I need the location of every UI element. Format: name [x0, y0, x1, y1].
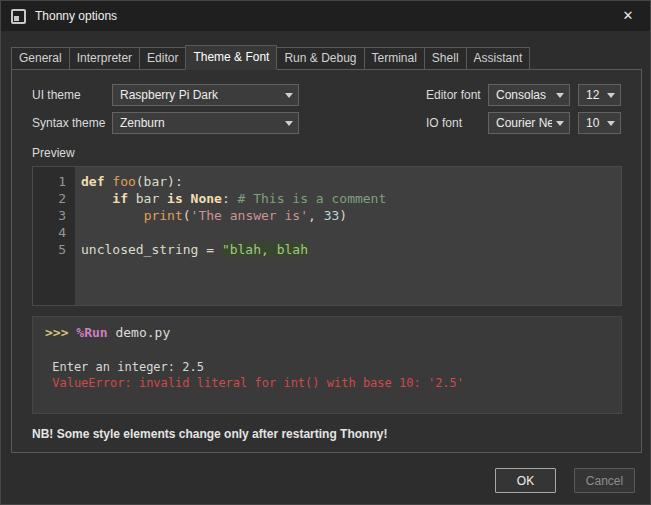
chevron-down-icon: [607, 93, 615, 98]
ui-theme-label: UI theme: [32, 88, 112, 102]
editor-font-size-select[interactable]: 12: [578, 84, 621, 106]
tab-run-debug[interactable]: Run & Debug: [276, 47, 364, 70]
code-line: print('The answer is', 33): [81, 207, 621, 224]
io-font-label: IO font: [426, 116, 488, 130]
shell-line: Enter an integer: 2.5: [45, 359, 621, 375]
shell-line: ValueError: invalid literal for int() wi…: [45, 375, 621, 391]
tab-shell[interactable]: Shell: [424, 47, 467, 70]
titlebar[interactable]: Thonny options ✕: [1, 1, 650, 31]
theme-row: UI theme Raspberry Pi Dark Editor font C…: [32, 84, 621, 106]
code-preview[interactable]: 12345 def foo(bar): if bar is None: # Th…: [32, 166, 622, 306]
shell-line: >>> %Run demo.py: [45, 325, 621, 341]
ui-theme-value: Raspberry Pi Dark: [120, 88, 281, 102]
thonny-options-dialog: Thonny options ✕ GeneralInterpreterEdito…: [0, 0, 651, 505]
code-line: if bar is None: # This is a comment: [81, 190, 621, 207]
chevron-down-icon: [285, 93, 293, 98]
line-number: 2: [33, 190, 66, 207]
io-font-size-select[interactable]: 10: [578, 112, 621, 134]
tab-bar: GeneralInterpreterEditorTheme & FontRun …: [11, 45, 529, 70]
window-title: Thonny options: [35, 9, 117, 23]
button-bar: OK Cancel: [495, 468, 635, 493]
tab-theme-font[interactable]: Theme & Font: [185, 45, 277, 70]
code-line: [81, 224, 621, 241]
preview-label: Preview: [32, 146, 75, 160]
line-number: 4: [33, 224, 66, 241]
editor-font-select[interactable]: Consolas: [488, 84, 570, 106]
shell-preview[interactable]: >>> %Run demo.py Enter an integer: 2.5 V…: [32, 316, 622, 414]
syntax-theme-label: Syntax theme: [32, 116, 112, 130]
restart-note: NB! Some style elements change only afte…: [32, 427, 387, 441]
tab-interpreter[interactable]: Interpreter: [69, 47, 140, 70]
io-font-select[interactable]: Courier New: [488, 112, 570, 134]
shell-line: [45, 343, 621, 359]
theme-font-panel: UI theme Raspberry Pi Dark Editor font C…: [11, 69, 642, 453]
tab-editor[interactable]: Editor: [139, 47, 186, 70]
close-icon[interactable]: ✕: [616, 1, 640, 31]
chevron-down-icon: [556, 121, 564, 126]
cancel-button[interactable]: Cancel: [574, 468, 635, 493]
editor-font-size-value: 12: [586, 88, 603, 102]
syntax-theme-value: Zenburn: [120, 116, 281, 130]
code-editor-area[interactable]: def foo(bar): if bar is None: # This is …: [75, 167, 621, 305]
chevron-down-icon: [285, 121, 293, 126]
code-line: unclosed_string = "blah, blah: [81, 241, 621, 258]
tab-assistant[interactable]: Assistant: [466, 47, 531, 70]
chevron-down-icon: [556, 93, 564, 98]
ui-theme-select[interactable]: Raspberry Pi Dark: [112, 84, 299, 106]
line-number: 3: [33, 207, 66, 224]
tab-general[interactable]: General: [11, 47, 70, 70]
chevron-down-icon: [607, 121, 615, 126]
line-number: 1: [33, 173, 66, 190]
syntax-row: Syntax theme Zenburn IO font Courier New…: [32, 112, 621, 134]
tab-terminal[interactable]: Terminal: [364, 47, 425, 70]
editor-font-value: Consolas: [496, 88, 552, 102]
io-font-size-value: 10: [586, 116, 603, 130]
code-line: def foo(bar):: [81, 173, 621, 190]
editor-font-label: Editor font: [426, 88, 488, 102]
line-number: 5: [33, 241, 66, 258]
line-numbers-gutter: 12345: [33, 167, 75, 305]
io-font-value: Courier New: [496, 116, 552, 130]
thonny-app-icon: [11, 9, 26, 24]
syntax-theme-select[interactable]: Zenburn: [112, 112, 299, 134]
ok-button[interactable]: OK: [495, 468, 556, 493]
